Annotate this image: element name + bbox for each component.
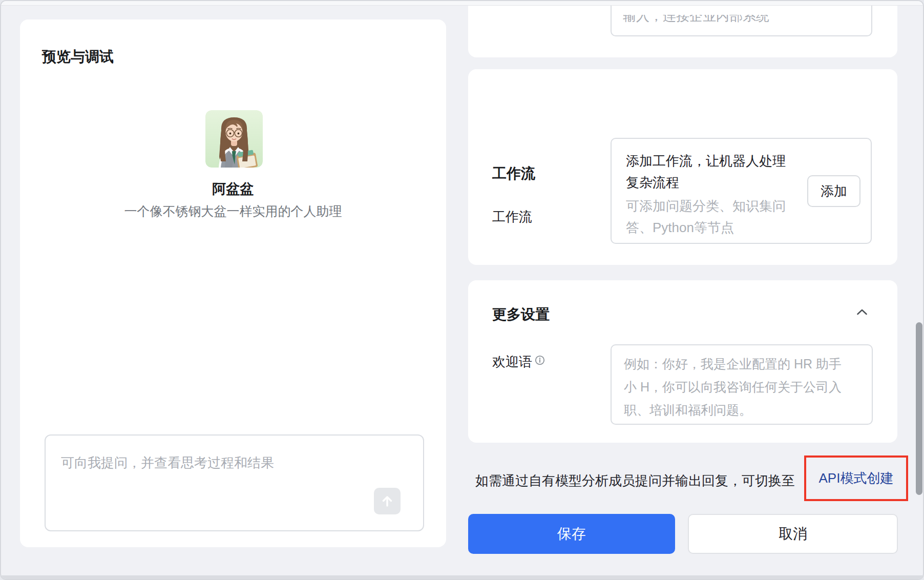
send-button[interactable] <box>374 488 401 514</box>
welcome-input[interactable]: 例如：你好，我是企业配置的 HR 助手小 H，你可以向我咨询任何关于公司入职、培… <box>611 344 873 425</box>
cancel-button[interactable]: 取消 <box>688 514 898 554</box>
workflow-empty-title: 添加工作流，让机器人处理复杂流程 <box>626 150 795 193</box>
add-workflow-button[interactable]: 添加 <box>807 175 860 207</box>
collapse-more-settings-button[interactable] <box>856 308 868 316</box>
preview-panel: 预览与调试 <box>20 19 446 547</box>
workflow-field-label: 工作流 <box>492 208 532 226</box>
workflow-section-title: 工作流 <box>492 164 535 183</box>
assistant-avatar-illustration <box>205 110 263 168</box>
annotation-box: API模式创建 <box>804 455 908 501</box>
api-mode-link[interactable]: API模式创建 <box>806 458 906 499</box>
workflow-section-card: 工作流 工作流 添加工作流，让机器人处理复杂流程 可添加问题分类、知识集问答、P… <box>468 69 897 265</box>
more-settings-card: 更多设置 欢迎语 例如：你好，我是企业配置的 HR 助手小 H，你可以向我咨询任… <box>468 280 897 443</box>
bot-name: 阿盆盆 <box>20 180 446 198</box>
clipped-input-text: 输入，连接企业内部系统 <box>623 15 787 23</box>
more-settings-title: 更多设置 <box>492 305 550 324</box>
welcome-field-label: 欢迎语 <box>492 353 532 371</box>
bot-description: 一个像不锈钢大盆一样实用的个人助理 <box>20 203 446 220</box>
bot-avatar <box>205 110 263 168</box>
preview-panel-title: 预览与调试 <box>42 47 114 67</box>
scrollbar-thumb[interactable] <box>916 322 922 495</box>
clipped-section-card <box>468 0 897 57</box>
clipped-input-text-wrap: 输入，连接企业内部系统 <box>623 15 787 24</box>
api-hint-text: 如需通过自有模型分析成员提问并输出回复，可切换至 <box>475 472 795 490</box>
page: 预览与调试 <box>0 0 924 580</box>
chat-input-placeholder: 可向我提问，并查看思考过程和结果 <box>61 454 274 472</box>
info-icon[interactable] <box>535 355 545 365</box>
welcome-input-placeholder: 例如：你好，我是企业配置的 HR 助手小 H，你可以向我咨询任何关于公司入职、培… <box>624 353 852 422</box>
save-button[interactable]: 保存 <box>468 514 675 554</box>
chevron-up-icon <box>856 308 868 316</box>
arrow-up-icon <box>381 494 394 508</box>
chat-input[interactable]: 可向我提问，并查看思考过程和结果 <box>45 434 424 531</box>
workflow-empty-box: 添加工作流，让机器人处理复杂流程 可添加问题分类、知识集问答、Python等节点… <box>611 138 872 244</box>
workflow-empty-hint: 可添加问题分类、知识集问答、Python等节点 <box>626 195 795 238</box>
